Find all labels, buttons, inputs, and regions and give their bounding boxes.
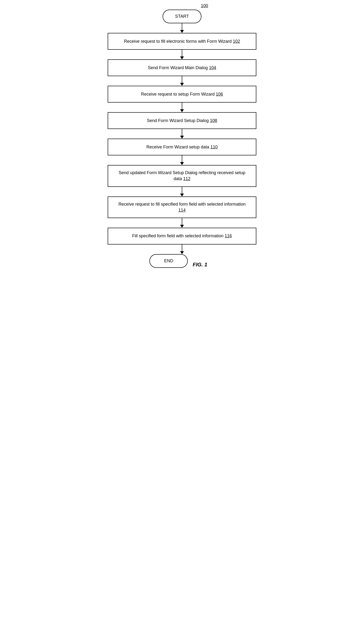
start-label: START [175,13,189,20]
step-106-node: Receive request to setup Form Wizard 106 [108,86,256,103]
step-112-ref: 112 [183,176,190,181]
flowchart-diagram: 100 START Receive request to fill electr… [98,10,266,268]
arrow-6 [180,156,184,165]
step-106-label: Receive request to setup Form Wizard 106 [141,91,223,97]
arrow-8 [180,218,184,228]
arrow-9 [180,244,184,254]
end-node: END [149,254,188,268]
step-110-node: Receive Form Wizard setup data 110 [108,139,256,156]
step-114-node: Receive request to fill specified form f… [108,196,256,218]
step-108-ref: 108 [210,118,217,123]
step-110-label: Receive Form Wizard setup data 110 [146,144,218,150]
step-104-ref: 104 [209,65,216,70]
step-114-ref: 114 [178,208,186,212]
step-106-ref: 106 [216,92,223,97]
arrow-4 [180,103,184,112]
arrow-7 [180,187,184,196]
step-114-label: Receive request to fill specified form f… [115,201,249,213]
start-node: 100 START [162,10,201,23]
step-104-node: Send Form Wizard Main Dialog 104 [108,59,256,76]
figure-label: FIG. 1 [193,261,207,268]
step-112-label: Send updated Form Wizard Setup Dialog re… [115,170,249,182]
step-102-node: Receive request to fill electronic forms… [108,33,256,50]
step-116-label: Fill specified form field with selected … [132,233,232,239]
step-108-node: Send Form Wizard Setup Dialog 108 [108,112,256,129]
end-label: END [164,258,173,264]
step-108-label: Send Form Wizard Setup Dialog 108 [147,118,217,124]
arrow-1 [180,23,184,33]
step-116-ref: 116 [225,234,232,238]
step-102-label: Receive request to fill electronic forms… [124,38,240,44]
step-104-label: Send Form Wizard Main Dialog 104 [148,65,216,71]
end-section: END FIG. 1 [149,254,214,268]
step-112-node: Send updated Form Wizard Setup Dialog re… [108,165,256,187]
arrow-3 [180,76,184,86]
start-ref: 100 [201,3,208,8]
arrow-2 [180,50,184,59]
step-116-node: Fill specified form field with selected … [108,228,256,244]
step-102-ref: 102 [233,39,240,44]
step-110-ref: 110 [210,145,218,149]
arrow-5 [180,129,184,139]
